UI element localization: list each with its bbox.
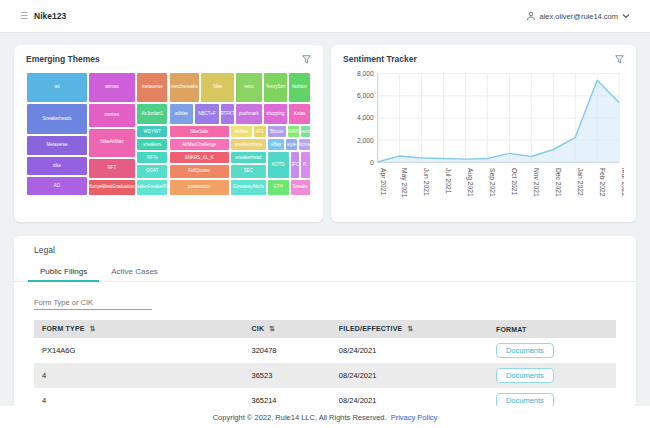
format-cell: Documents xyxy=(488,363,616,388)
user-menu[interactable]: alex.oliver@rule14.com xyxy=(526,11,630,21)
column-header-filed-effective[interactable]: FILED/EFFECTIVE⇅ xyxy=(331,320,488,338)
sentiment-line-chart: 02,0004,0006,0008,000Apr 2021May 2021Jun… xyxy=(343,66,624,210)
treemap-tile-sneakers[interactable]: sneakers xyxy=(136,138,168,151)
svg-text:Aug 2021: Aug 2021 xyxy=(466,168,474,197)
column-header-form-type[interactable]: FORM TYPE⇅ xyxy=(34,320,244,338)
svg-text:Nov 2021: Nov 2021 xyxy=(533,168,540,197)
treemap-tile-nike[interactable]: Nike xyxy=(200,72,236,103)
tab-public-filings[interactable]: Public Filings xyxy=(28,262,99,282)
treemap-tile-memes[interactable]: memes xyxy=(88,103,136,128)
treemap-tile-airmax[interactable]: AirMax xyxy=(230,125,253,138)
treemap-tile-kotd[interactable]: KOTD xyxy=(267,151,290,178)
panel-title-emerging-themes: Emerging Themes xyxy=(26,54,100,64)
table-row: 43652308/24/2021Documents xyxy=(34,363,616,388)
svg-text:8,000: 8,000 xyxy=(357,70,374,77)
svg-text:May 2021: May 2021 xyxy=(400,168,408,198)
treemap-tile-nikesale[interactable]: NikeSale xyxy=(169,125,230,138)
treemap-tile-fullquotes[interactable]: FullQuotes xyxy=(169,164,230,178)
treemap-tile-ad[interactable]: AD xyxy=(26,176,88,196)
treemap-tile-jfc[interactable]: JFC xyxy=(290,151,301,178)
treemap-tile-giveawayalerts[interactable]: GiveawayAlerts xyxy=(230,179,267,196)
treemap-tile-yeezyszn[interactable]: YeezySzn xyxy=(263,72,289,103)
treemap-tile-kelas[interactable]: Kelas xyxy=(288,103,311,125)
treemap-tile-retro[interactable]: retro xyxy=(235,72,262,103)
sentiment-tracker-panel: Sentiment Tracker 02,0004,0006,0008,000A… xyxy=(331,45,636,222)
treemap-tile-sneakerhead[interactable]: sneakerhead xyxy=(230,151,267,164)
svg-text:6,000: 6,000 xyxy=(357,92,374,99)
sort-arrows-icon[interactable]: ⇅ xyxy=(90,325,96,332)
tab-active-cases[interactable]: Active Cases xyxy=(99,262,170,281)
form-type-cell: 4 xyxy=(34,363,244,388)
treemap-tile-merchsneaks[interactable]: merchsneaks xyxy=(169,72,200,103)
svg-text:0: 0 xyxy=(370,159,374,166)
treemap-tile-adidas[interactable]: adidas xyxy=(169,103,195,125)
treemap-tile-wdywt[interactable]: WDYWT xyxy=(136,125,168,138)
treemap-tile-p[interactable]: P.. xyxy=(300,151,311,178)
form-type-cik-input[interactable] xyxy=(34,296,152,310)
treemap-tile-style[interactable]: style xyxy=(285,138,298,151)
table-row: PX14A6G32047808/24/2021Documents xyxy=(34,338,616,363)
documents-button[interactable]: Documents xyxy=(496,368,554,383)
treemap-tile-eth[interactable]: ETH xyxy=(267,179,290,196)
treemap-tile-sneaks[interactable]: Sneaks xyxy=(290,179,311,196)
treemap-tile-goat[interactable]: GOAT xyxy=(136,164,168,178)
treemap-tile-poshmark[interactable]: poshmark xyxy=(235,103,262,125)
treemap-tile-shopping[interactable]: shopping xyxy=(263,103,289,125)
treemap-tile-nft[interactable]: NFT xyxy=(88,158,136,179)
funnel-icon[interactable] xyxy=(615,55,624,64)
funnel-icon[interactable] xyxy=(302,55,311,64)
page-footer: Copyright © 2022, Rule14 LLC, All Rights… xyxy=(0,406,650,428)
brand-name: Nike123 xyxy=(34,11,66,21)
treemap-tile-nfts[interactable]: NFTs xyxy=(136,151,168,164)
treemap-tile-sneakerfreakerfans[interactable]: SneakerFreakerFans xyxy=(136,179,168,196)
main-content: Emerging Themes adSneakerheadsMetaversen… xyxy=(0,33,650,409)
sort-arrows-icon[interactable]: ⇅ xyxy=(269,325,275,332)
treemap-tile-af1[interactable]: AF1 xyxy=(253,125,267,138)
user-email: alex.oliver@rule14.com xyxy=(540,12,618,21)
svg-text:Oct 2021: Oct 2021 xyxy=(511,168,518,196)
form-type-cell: PX14A6G xyxy=(34,338,244,363)
sort-arrows-icon[interactable]: ⇅ xyxy=(407,325,413,332)
treemap-tile-airjordan1[interactable]: AirJordan1 xyxy=(136,103,168,125)
svg-text:Jul 2021: Jul 2021 xyxy=(445,168,452,194)
legal-title: Legal xyxy=(34,245,616,255)
treemap-tile-airmaxchallenge[interactable]: AirMaxChallenge xyxy=(169,138,230,151)
treemap-tile-bitcoin[interactable]: Bitcoin xyxy=(267,125,287,138)
treemap-tile-abcmart[interactable]: abcmart xyxy=(298,138,311,151)
svg-text:Sep 2021: Sep 2021 xyxy=(488,168,496,197)
treemap-tile-airmax[interactable]: airmax xyxy=(88,72,136,103)
svg-text:Apr 2021: Apr 2021 xyxy=(379,168,387,196)
treemap-tile-ad[interactable]: ad xyxy=(26,72,88,103)
hamburger-icon[interactable]: ☰ xyxy=(20,12,28,21)
treemap-tile-kanyewestgraduation[interactable]: KanyeWestGraduation xyxy=(88,179,136,196)
treemap-tile-sneakerdrops[interactable]: sneakerdrops xyxy=(230,138,267,151)
treemap-tile-snkrs-kl-k[interactable]: SNKRS_KL_K xyxy=(169,151,230,164)
treemap-tile-nike[interactable]: nike xyxy=(26,156,88,176)
treemap-tile-nbct-f[interactable]: NBCT+F xyxy=(194,103,220,125)
treemap-tile-avax[interactable]: AVAX xyxy=(287,125,300,138)
treemap-tile-ebay[interactable]: eBay xyxy=(267,138,286,151)
format-cell: Documents xyxy=(488,338,616,363)
treemap-tile-fashion[interactable]: fashion xyxy=(288,72,311,103)
treemap-tile-givenchy[interactable]: Givenchy xyxy=(300,125,311,138)
documents-button[interactable]: Documents xyxy=(496,343,554,358)
treemap-tile-metaverse[interactable]: Metaverse xyxy=(26,135,88,155)
treemap-tile-sneakerheads[interactable]: Sneakerheads xyxy=(26,103,88,135)
svg-text:Jun 2021: Jun 2021 xyxy=(423,168,430,196)
column-header-cik[interactable]: CIK⇅ xyxy=(244,320,331,338)
svg-text:2,000: 2,000 xyxy=(357,137,374,144)
treemap-tile-nikeairmax[interactable]: NikeAirMax xyxy=(88,128,136,158)
treemap-tile-possession[interactable]: possession xyxy=(169,179,230,196)
svg-text:Jan 2022: Jan 2022 xyxy=(577,168,584,196)
treemap-tile-sec[interactable]: SEC xyxy=(230,164,267,178)
legal-panel: Legal Public FilingsActive Cases FORM TY… xyxy=(14,236,636,409)
privacy-policy-link[interactable]: Privacy Policy xyxy=(391,413,438,422)
app-header: ☰ Nike123 alex.oliver@rule14.com xyxy=(0,0,650,33)
cik-cell: 36523 xyxy=(244,363,331,388)
filed-effective-cell: 08/24/2021 xyxy=(331,338,488,363)
treemap-tile-metaverse[interactable]: metaverse xyxy=(136,72,168,103)
panel-title-sentiment-tracker: Sentiment Tracker xyxy=(343,54,417,64)
treemap-tile-rtfkt[interactable]: RTFKT xyxy=(220,103,236,125)
table-header-row: FORM TYPE⇅CIK⇅FILED/EFFECTIVE⇅FORMAT xyxy=(34,320,616,338)
filings-table: FORM TYPE⇅CIK⇅FILED/EFFECTIVE⇅FORMATPX14… xyxy=(34,320,616,409)
